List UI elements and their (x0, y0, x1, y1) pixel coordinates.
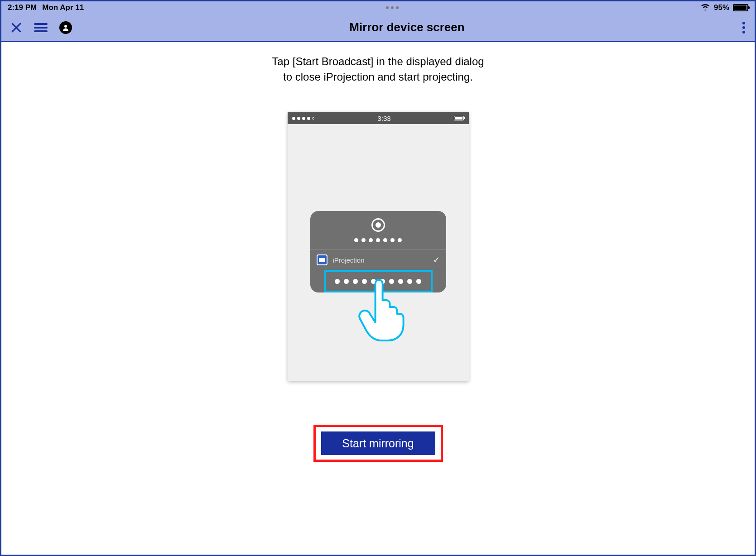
device-status-bar: 2:19 PM Mon Apr 11 95% (1, 1, 755, 14)
dialog-app-label: iProjection (333, 256, 365, 264)
dialog-app-row: iProjection ✓ (310, 249, 446, 270)
iprojection-app-icon (317, 254, 327, 265)
start-mirroring-button[interactable]: Start mirroring (321, 431, 435, 455)
broadcast-dialog: iProjection ✓ (310, 211, 446, 292)
placeholder-dots (310, 238, 446, 242)
instruction-line2: to close iProjection and start projectin… (1, 69, 755, 85)
hamburger-menu-icon[interactable] (34, 22, 48, 33)
phone-status-bar: 3:33 (288, 112, 469, 124)
more-options-icon[interactable] (742, 21, 746, 34)
battery-icon (733, 4, 748, 11)
instruction-line1: Tap [Start Broadcast] in the displayed d… (1, 54, 755, 69)
close-icon[interactable] (10, 22, 22, 34)
content-area: Tap [Start Broadcast] in the displayed d… (1, 42, 755, 381)
multitask-dots[interactable] (386, 6, 399, 9)
phone-mockup-illustration: 3:33 iProjection ✓ (288, 112, 469, 381)
phone-clock: 3:33 (377, 115, 390, 122)
dialog-header (310, 211, 446, 242)
checkmark-icon: ✓ (433, 255, 440, 265)
battery-percent: 95% (714, 3, 729, 12)
record-indicator-icon (371, 218, 385, 232)
page-title: Mirror device screen (349, 20, 464, 34)
start-broadcast-row (310, 270, 446, 292)
status-time: 2:19 PM (8, 3, 37, 12)
svg-point-3 (742, 31, 745, 34)
status-right: 95% (700, 3, 748, 13)
status-left: 2:19 PM Mon Apr 11 (8, 3, 84, 12)
svg-point-1 (742, 22, 745, 24)
app-header: Mirror device screen (1, 14, 755, 42)
user-profile-icon[interactable] (59, 21, 72, 34)
phone-battery-icon (454, 116, 464, 120)
svg-point-0 (64, 25, 67, 28)
status-date: Mon Apr 11 (42, 3, 84, 12)
signal-dots-icon (292, 117, 314, 120)
highlight-box (324, 270, 433, 292)
start-mirroring-highlight: Start mirroring (313, 425, 443, 462)
svg-point-2 (742, 26, 745, 29)
instruction-text: Tap [Start Broadcast] in the displayed d… (1, 54, 755, 84)
wifi-icon (700, 3, 710, 13)
